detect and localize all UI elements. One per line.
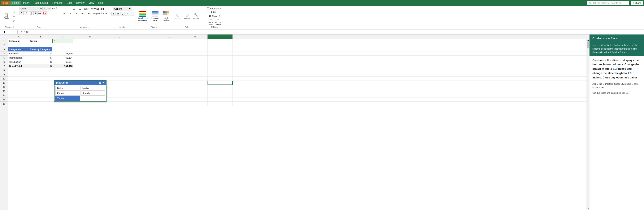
autosum-dropdown[interactable]: ▼ [220,7,222,9]
cell-G15[interactable] [157,98,182,102]
cell-B11[interactable] [29,81,52,85]
cell-E6[interactable] [107,60,132,64]
cell-I1[interactable] [208,39,233,43]
cell-E3[interactable] [107,47,132,51]
align-middle-button[interactable]: ⊟ [71,7,77,11]
cell-I15[interactable] [208,98,233,102]
cancel-formula-icon[interactable]: ✗ [20,30,22,33]
cell-E14[interactable] [107,93,132,98]
row-num-4[interactable]: 4 [0,51,8,56]
search-bar[interactable]: 🔍 Tell me what you want to do... [587,1,629,5]
scroll-thumb[interactable] [587,42,589,48]
cell-A3[interactable]: Categories ▼ [8,47,29,51]
cell-H14[interactable] [182,93,208,98]
cell-A11[interactable] [8,81,29,85]
align-left-button[interactable]: ≡ [61,11,67,15]
cell-A5[interactable]: Intermediate [8,56,29,60]
cell-F2[interactable] [132,43,157,47]
delete-button[interactable]: ⊟ Delete [183,11,191,21]
cell-I6[interactable] [208,60,233,64]
cell-I3[interactable] [208,47,233,51]
cell-B10[interactable] [29,77,52,81]
cell-H13[interactable] [182,89,208,93]
col-header-e[interactable]: E [107,34,132,39]
cell-I11[interactable] [208,81,233,85]
cell-C1[interactable]: ▼ [52,39,73,43]
cell-G14[interactable] [157,93,182,98]
cell-B3[interactable]: Sales by Category [29,47,52,51]
cell-G4[interactable] [157,51,182,56]
cell-C8[interactable] [52,68,73,72]
currency-button[interactable]: $ [111,12,116,15]
decrease-indent-button[interactable]: ⇤ [80,11,85,15]
cell-H4[interactable] [182,51,208,56]
cell-E13[interactable] [107,89,132,93]
cell-B15[interactable] [29,98,52,102]
col-header-a[interactable]: A [8,34,29,39]
font-color-button[interactable]: A▼ [42,11,47,15]
cell-E7[interactable] [107,64,132,68]
cell-B9[interactable] [29,72,52,77]
cell-B12[interactable] [29,85,52,89]
row-num-12[interactable]: 12 [0,85,8,89]
cell-I16[interactable] [208,102,233,106]
row-num-8[interactable]: 8 [0,68,8,72]
format-painter-button[interactable]: 🖌 [11,19,17,22]
cell-E1[interactable] [107,39,132,43]
cell-A8[interactable] [8,68,29,72]
slicer-item-turner[interactable]: Turner [55,96,80,101]
cell-D2[interactable] [73,43,107,47]
slicer-item-shawler[interactable]: Shawler [80,91,105,96]
insert-tab[interactable]: Insert [21,1,32,5]
cell-B13[interactable] [29,89,52,93]
cell-E10[interactable] [107,77,132,81]
confirm-formula-icon[interactable]: ✓ [23,30,25,33]
row-num-13[interactable]: 13 [0,89,8,93]
cell-C4[interactable]: 45,279 [52,51,73,56]
cell-I2[interactable] [208,43,233,47]
cell-G10[interactable] [157,77,182,81]
cell-B2[interactable] [29,43,52,47]
cell-E16[interactable] [107,102,132,106]
review-tab[interactable]: Review [74,1,86,5]
cell-C7[interactable]: 154,410 [52,64,73,68]
col-header-c[interactable]: C [52,34,73,39]
cell-G5[interactable] [157,56,182,60]
cell-B8[interactable] [29,68,52,72]
cell-C9[interactable] [52,72,73,77]
cell-F16[interactable] [132,102,157,106]
paste-button[interactable]: 📋 Paste [2,11,10,21]
cell-G16[interactable] [157,102,182,106]
cell-I12[interactable] [208,85,233,89]
col-header-h[interactable]: H [182,34,208,39]
col-header-i[interactable]: I [208,34,233,39]
cell-H2[interactable] [182,43,208,47]
font-size-select[interactable]: 11 [43,7,51,10]
border-button[interactable]: ⊞ [33,11,38,15]
percent-button[interactable]: % [116,12,120,15]
number-format-select[interactable]: General [113,7,132,11]
categories-filter-icon[interactable]: ▼ [22,48,23,50]
scroll-track[interactable] [587,42,590,207]
cell-F15[interactable] [132,98,157,102]
cell-G13[interactable] [157,89,182,93]
cell-A15[interactable] [8,98,29,102]
cell-H7[interactable] [182,64,208,68]
cell-E12[interactable] [107,85,132,89]
cell-B1[interactable]: Turner [29,39,52,43]
cell-A9[interactable] [8,72,29,77]
autosum-button[interactable]: Σ AutoSum ▼ [206,7,222,10]
formulas-tab[interactable]: Formulas [50,1,64,5]
comma-button[interactable]: , [120,12,125,15]
cell-D9[interactable] [73,72,107,77]
cell-E8[interactable] [107,68,132,72]
cell-G3[interactable] [157,47,182,51]
cell-E15[interactable] [107,98,132,102]
cell-styles-button[interactable]: CellStyles [161,11,171,22]
cell-H16[interactable] [182,102,208,106]
cell-G7[interactable] [157,64,182,68]
cell-F3[interactable] [132,47,157,51]
cell-F11[interactable] [132,81,157,85]
col-header-b[interactable]: B [29,34,52,39]
cut-button[interactable]: ✂ [11,10,17,14]
